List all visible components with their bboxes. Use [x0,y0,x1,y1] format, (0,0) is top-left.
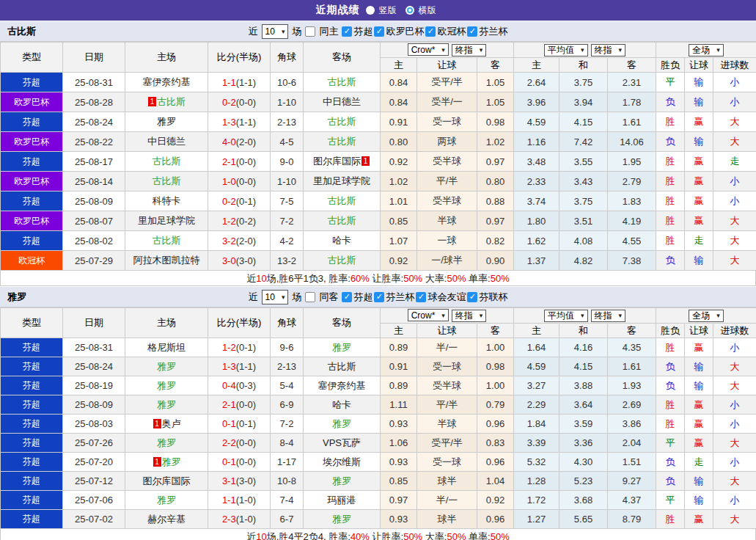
date-cell: 25-08-24 [63,357,125,376]
crow-odds-cell-1: 受一球 [417,112,477,132]
goals-result-cell: 小 [713,92,756,112]
games-label: 场 [292,291,301,304]
avg-odds-cell-1: 4.16 [559,338,608,357]
goals-result-cell: 大 [713,434,756,453]
avg-odds-cell-1: 3.59 [559,415,608,434]
league-checkbox[interactable]: ✓ [374,292,384,302]
league-checkbox[interactable]: ✓ [467,292,477,302]
league-badge: 芬超 [1,510,63,529]
match-count-select[interactable]: 10 ▾ [262,290,289,304]
header-dropdown[interactable]: 终指▾ [591,310,626,322]
dropdown-value: 全场 [692,44,710,56]
crow-group-header: Crow*▾终指▾ [381,43,514,58]
handicap-result-cell: 输 [685,376,713,395]
away-team-cell: 古比斯 [304,191,381,211]
league-label[interactable]: 欧罗巴杯 [386,25,424,38]
header-dropdown[interactable]: 终指▾ [452,310,487,322]
goals-result-cell: 走 [713,152,756,172]
summary-text: 50% [447,531,466,540]
header-dropdown[interactable]: 平均值▾ [544,310,588,322]
avg-odds-cell-2: 4.55 [608,231,656,251]
handicap-result-cell: 输 [685,92,713,112]
crow-odds-cell-0: 0.89 [381,376,417,395]
halftime-score: (0-3) [236,380,256,391]
corner-cell: 13-2 [271,251,304,271]
title-bar: 近期战绩 竖版横版 [0,0,756,21]
handicap-result-cell: 输 [685,73,713,92]
crow-odds-cell-0: 0.89 [381,338,417,357]
home-team-cell: 赫尔辛基 [125,510,208,529]
same-venue-checkbox[interactable] [305,26,315,37]
fullmatch-group-header: 全场▾ [656,43,756,58]
league-checkbox[interactable]: ✓ [467,26,477,37]
halftime-score: (0-2) [236,216,256,227]
filter-bar: 雅罗 近 10 ▾ 场 同客 ✓芬超✓芬兰杯✓球会友谊✓芬联杯 [0,286,756,307]
sub-header-3: 主 [514,58,559,73]
same-venue-label[interactable]: 同主 [319,25,338,38]
goals-result-cell: 大 [713,211,756,231]
league-checkbox[interactable]: ✓ [425,26,436,37]
league-label[interactable]: 芬联杯 [479,291,507,304]
avg-odds-cell-0: 1.27 [514,510,559,529]
team-label: 古比斯 [328,195,356,206]
fulltime-score: 3-2 [222,236,236,247]
date-cell: 25-08-19 [63,376,125,395]
layout-radio-label[interactable]: 横版 [419,4,436,17]
goals-result-cell: 大 [713,357,756,376]
team-label: 古比斯 [153,156,181,167]
home-team-cell: 1雅罗 [125,453,208,472]
halftime-score: (1-1) [236,77,256,88]
avg-odds-cell-0: 2.64 [514,73,559,92]
avg-odds-cell-2: 4.35 [608,338,656,357]
score-cell: 0-2(0-0) [208,92,271,112]
header-dropdown[interactable]: 全场▾ [689,310,724,322]
league-label[interactable]: 芬兰杯 [479,25,507,38]
corner-cell: 9-6 [271,338,304,357]
home-team-cell: 雅罗 [125,491,208,510]
header-dropdown[interactable]: Crow*▾ [408,309,449,321]
team-label: 里加足球学院 [313,175,370,186]
league-checkbox[interactable]: ✓ [342,292,352,302]
sub-header-2: 客 [477,58,514,73]
layout-radio-vertical[interactable] [366,6,375,15]
match-count-select[interactable]: 10 ▾ [262,24,289,39]
crow-odds-cell-1: 球半 [417,472,477,491]
league-checkbox[interactable]: ✓ [342,26,352,37]
score-cell: 4-0(2-0) [208,132,271,152]
same-venue-checkbox[interactable] [305,292,315,302]
fulltime-score: 0-1 [222,456,236,467]
team-label: 古比斯 [328,361,356,372]
league-checkbox[interactable]: ✓ [374,26,384,37]
crow-odds-cell-2: 0.97 [477,152,514,172]
layout-radio-horizontal[interactable] [405,6,414,15]
same-venue-label[interactable]: 同客 [319,291,338,304]
header-dropdown[interactable]: 全场▾ [689,44,724,56]
score-cell: 2-1(0-0) [208,152,271,172]
sub-header-0: 主 [381,58,417,73]
away-team-cell: 古比斯 [304,251,381,271]
header-dropdown[interactable]: 终指▾ [591,44,626,56]
result-cell: 胜 [656,510,685,529]
match-row: 芬超25-07-06雅罗1-1(1-0)7-4玛丽港0.97半/一0.921.7… [1,491,756,510]
league-label[interactable]: 芬超 [353,25,373,38]
league-label[interactable]: 芬超 [353,291,373,304]
match-row: 芬超25-07-26雅罗2-2(0-0)8-4VPS瓦萨1.06受平/半0.83… [1,434,756,453]
league-checkbox[interactable]: ✓ [416,292,426,302]
league-label[interactable]: 欧冠杯 [437,25,466,38]
header-dropdown[interactable]: 平均值▾ [544,44,588,56]
crow-odds-cell-1: 半球 [417,415,477,434]
result-cell: 胜 [656,211,685,231]
crow-odds-cell-2: 1.04 [477,472,514,491]
league-badge: 芬超 [1,472,63,491]
league-label[interactable]: 球会友谊 [427,291,466,304]
avg-odds-cell-2: 1.61 [608,357,656,376]
score-cell: 1-1(1-0) [208,491,271,510]
summary-text: 50% [491,273,510,284]
crow-odds-cell-0: 0.84 [381,73,417,92]
match-count-value: 10 [265,26,275,37]
header-dropdown[interactable]: Crow*▾ [408,43,449,56]
header-dropdown[interactable]: 终指▾ [452,44,487,56]
league-label[interactable]: 芬兰杯 [386,291,414,304]
away-team-cell: 古比斯 [304,73,381,92]
layout-radio-label[interactable]: 竖版 [379,4,397,17]
